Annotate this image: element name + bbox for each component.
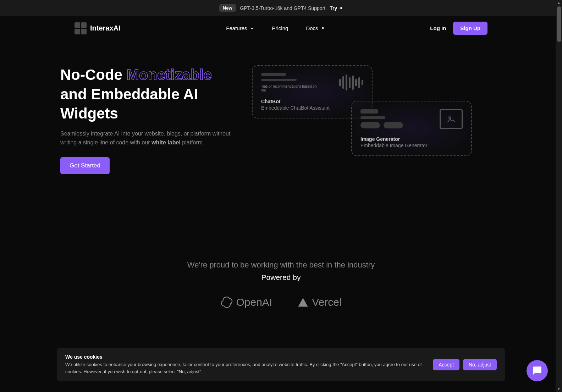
- skeleton-pills: [360, 122, 403, 133]
- hero-title-highlight: Monetizable: [127, 66, 212, 83]
- announcement-text: GPT-3.5-Turbo-16k and GPT4 Support: [240, 5, 326, 11]
- nav-docs[interactable]: Docs: [306, 25, 324, 31]
- brand-name: InteraxAI: [90, 24, 121, 32]
- hero-section: No-Code Monetizable and Embeddable AI Wi…: [0, 40, 562, 189]
- get-started-button[interactable]: Get Started: [60, 157, 110, 174]
- scrollbar[interactable]: ▲ ▼: [556, 0, 562, 392]
- chatbot-prompt-text: Tips or recommendations based on yo|: [261, 84, 321, 92]
- external-link-icon: [338, 6, 343, 10]
- vercel-icon: [297, 297, 309, 308]
- hero-description: Seamlessly integrate AI into your websit…: [60, 129, 231, 147]
- main-nav: InteraxAI Features Pricing Docs Log In S…: [0, 16, 562, 40]
- image-gen-subtitle: Embeddable Image Generator: [360, 143, 463, 148]
- scrollbar-thumb[interactable]: [557, 6, 561, 42]
- chatbot-title: ChatBot: [261, 99, 363, 104]
- new-badge: New: [219, 4, 236, 12]
- vercel-logo: Vercel: [297, 296, 341, 308]
- hero-desc-bold: white label: [151, 139, 181, 145]
- nav-features-label: Features: [226, 25, 247, 31]
- announcement-bar[interactable]: New GPT-3.5-Turbo-16k and GPT4 Support T…: [0, 0, 562, 16]
- chevron-down-icon: [249, 26, 254, 31]
- openai-label: OpenAI: [236, 296, 272, 308]
- logo-icon: [75, 22, 87, 34]
- openai-icon: [220, 296, 233, 309]
- hero-desc-part1: Seamlessly integrate AI into your websit…: [60, 131, 230, 146]
- cookie-description: We utilize cookies to enhance your brows…: [65, 361, 422, 375]
- skeleton-line: [261, 79, 297, 81]
- image-generator-widget-card: Image Generator Embeddable Image Generat…: [351, 101, 472, 156]
- skeleton-line: [261, 73, 286, 76]
- auth-section: Log In Sign Up: [430, 22, 487, 35]
- hero-title: No-Code Monetizable and Embeddable AI Wi…: [60, 65, 231, 123]
- hero-content: No-Code Monetizable and Embeddable AI Wi…: [60, 65, 231, 189]
- image-placeholder-icon: [440, 109, 463, 129]
- scroll-down-arrow-icon[interactable]: ▼: [557, 387, 561, 391]
- skeleton-group: [360, 109, 403, 133]
- login-link[interactable]: Log In: [430, 25, 446, 31]
- waveform-icon: [339, 74, 363, 90]
- image-gen-title: Image Generator: [360, 136, 463, 142]
- hero-desc-part2: platform.: [181, 139, 204, 145]
- chat-widget-button[interactable]: [527, 360, 548, 381]
- nav-features[interactable]: Features: [226, 25, 254, 31]
- cookie-title: We use cookies: [65, 354, 422, 360]
- partners-section: We're proud to be working with the best …: [0, 260, 562, 309]
- skeleton-line: [360, 109, 378, 114]
- cookie-buttons: Accept No, adjust: [433, 359, 497, 370]
- chatbot-subtitle: Embeddable ChatBot Assistant: [261, 105, 363, 111]
- partners-tagline: We're proud to be working with the best …: [60, 260, 502, 270]
- nav-pricing[interactable]: Pricing: [272, 25, 288, 31]
- hero-widgets: Tips or recommendations based on yo| Cha…: [252, 65, 502, 189]
- cookie-text: We use cookies We utilize cookies to enh…: [65, 354, 422, 375]
- cookie-accept-button[interactable]: Accept: [433, 359, 459, 370]
- scroll-up-arrow-icon[interactable]: ▲: [557, 1, 561, 5]
- vercel-label: Vercel: [312, 296, 341, 308]
- hero-title-part2: and Embeddable AI Widgets: [60, 86, 198, 122]
- nav-docs-label: Docs: [306, 25, 318, 31]
- hero-title-part1: No-Code: [60, 66, 127, 83]
- try-label: Try: [330, 5, 337, 11]
- svg-point-0: [448, 116, 450, 118]
- signup-button[interactable]: Sign Up: [453, 22, 487, 35]
- external-link-icon: [320, 26, 325, 31]
- openai-logo: OpenAI: [220, 296, 272, 309]
- cookie-banner: We use cookies We utilize cookies to enh…: [57, 348, 505, 381]
- partner-logos: OpenAI Vercel: [60, 296, 502, 309]
- partners-heading: Powered by: [60, 273, 502, 282]
- cookie-reject-button[interactable]: No, adjust: [463, 359, 497, 370]
- logo[interactable]: InteraxAI: [75, 22, 121, 34]
- try-link[interactable]: Try: [330, 5, 343, 11]
- skeleton-line: [360, 116, 385, 119]
- chat-icon: [532, 366, 542, 376]
- nav-links: Features Pricing Docs: [226, 25, 324, 31]
